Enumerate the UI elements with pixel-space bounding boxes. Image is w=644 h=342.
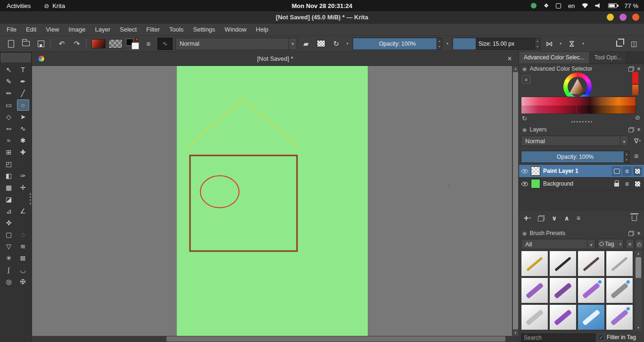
- menu-layer[interactable]: Layer: [90, 24, 115, 36]
- brush-preset-8[interactable]: [606, 277, 633, 303]
- ellipse-tool[interactable]: ○: [17, 99, 29, 111]
- volume-icon[interactable]: [595, 3, 601, 8]
- workspace-chooser-button[interactable]: ◫: [628, 38, 640, 50]
- brush-preset-7[interactable]: [578, 277, 605, 303]
- reload-preset-button[interactable]: ↻: [330, 38, 342, 50]
- layer-opacity-spinner[interactable]: ▴▾: [624, 151, 629, 163]
- color-shade-strip[interactable]: [521, 97, 636, 114]
- menu-tools[interactable]: Tools: [165, 24, 188, 36]
- dock-tab-1[interactable]: Advanced Color Selec...: [519, 52, 590, 64]
- reference-images-tool[interactable]: ✜: [3, 217, 15, 228]
- brush-preset-2[interactable]: [549, 251, 577, 277]
- pan-tool[interactable]: ✠: [17, 276, 29, 287]
- delete-layer-button[interactable]: [632, 215, 637, 221]
- polygon-tool[interactable]: ◇: [3, 111, 15, 122]
- background-color-swatch[interactable]: [132, 42, 139, 49]
- dropbox-icon[interactable]: ❖: [544, 2, 549, 9]
- brush-preset-chip[interactable]: ∿: [157, 38, 173, 50]
- menu-settings[interactable]: Settings: [188, 24, 220, 36]
- shade-row-bottom[interactable]: [521, 106, 636, 114]
- calligraphy-tool[interactable]: ✒: [17, 76, 29, 87]
- smart-patch-tool[interactable]: ✛: [17, 182, 29, 193]
- preset-filter-select[interactable]: All ▾: [521, 239, 595, 249]
- zoom-tool[interactable]: ◎: [3, 276, 15, 287]
- chevron-down-icon[interactable]: ▾: [558, 41, 563, 46]
- line-tool[interactable]: ╱: [17, 88, 29, 99]
- preserve-alpha-button[interactable]: [315, 38, 327, 50]
- crop-tool[interactable]: ◰: [3, 158, 15, 170]
- layer-filter-button[interactable]: ∇▾: [631, 136, 644, 146]
- eraser-mode-button[interactable]: ▰: [300, 38, 312, 50]
- tray-box-icon[interactable]: [556, 3, 561, 8]
- app-indicator[interactable]: ⊘ Krita: [44, 2, 65, 9]
- clock[interactable]: Mon Nov 28 20:31:24: [292, 2, 353, 9]
- gradient-chooser[interactable]: [91, 39, 106, 49]
- open-document-button[interactable]: [20, 38, 32, 50]
- menu-filter[interactable]: Filter: [141, 24, 165, 36]
- document-tab-title[interactable]: [Not Saved] *: [45, 55, 505, 62]
- edit-shapes-tool[interactable]: ✎: [3, 76, 15, 87]
- horizontal-scroll-thumb[interactable]: [166, 336, 505, 342]
- color-selector-header[interactable]: ◉ Advanced Color Selector ×: [519, 64, 644, 73]
- layers-header[interactable]: ◉ Layers ×: [519, 125, 644, 134]
- layer-blend-mode-select[interactable]: Normal ▾: [521, 136, 628, 146]
- pattern-chooser[interactable]: [108, 39, 123, 49]
- scroll-up-icon[interactable]: ▴: [635, 251, 642, 256]
- shade-row-top[interactable]: [521, 97, 636, 106]
- menu-select[interactable]: Select: [115, 24, 141, 36]
- reset-colors-icon[interactable]: [135, 38, 139, 41]
- chevron-down-icon[interactable]: ▾: [587, 239, 595, 249]
- color-selector-settings-button[interactable]: ≡: [522, 75, 530, 84]
- freehand-select-tool[interactable]: ≋: [17, 241, 29, 252]
- polyline-tool[interactable]: ➤: [17, 111, 29, 122]
- redo-button[interactable]: ↷: [71, 38, 83, 50]
- rect-select-tool[interactable]: ▢: [3, 229, 15, 240]
- float-docker-icon[interactable]: [628, 231, 634, 236]
- ellipse-select-tool[interactable]: ◌: [17, 229, 29, 240]
- secondary-color-swatch[interactable]: [632, 85, 638, 95]
- layer-properties-button[interactable]: ≡: [577, 214, 580, 222]
- refresh-icon[interactable]: ↻: [522, 115, 527, 122]
- trim-to-image-button[interactable]: [613, 38, 625, 50]
- layer-opacity-slider[interactable]: Opacity: 100% ▴▾: [521, 151, 629, 163]
- no-color-icon[interactable]: ⊘: [635, 114, 640, 121]
- rectangle-tool[interactable]: ▭: [3, 99, 15, 111]
- menu-window[interactable]: Window: [220, 24, 251, 36]
- chevron-down-icon[interactable]: ▾: [289, 38, 297, 49]
- brush-presets-header[interactable]: ◉ Brush Presets ×: [519, 228, 644, 238]
- scroll-up-icon[interactable]: ▴: [512, 66, 519, 72]
- close-button[interactable]: [632, 14, 639, 21]
- toolbox-resize-handle[interactable]: [30, 193, 31, 204]
- bezier-curve-tool[interactable]: ∾: [3, 123, 15, 134]
- layer-alpha-lock-icon[interactable]: [633, 166, 642, 176]
- docker-resize-grip[interactable]: [571, 121, 592, 122]
- brush-preset-5[interactable]: [521, 277, 548, 303]
- brush-preset-9[interactable]: [521, 304, 548, 330]
- brush-preset-6[interactable]: [549, 277, 577, 303]
- layer-visibility-icon[interactable]: [521, 169, 528, 173]
- primary-color-swatch[interactable]: [632, 72, 638, 84]
- undo-button[interactable]: ↶: [56, 38, 68, 50]
- dock-tab-2[interactable]: Tool Opti...: [590, 52, 627, 64]
- layer-row[interactable]: Paint Layer 1α: [519, 165, 644, 178]
- close-docker-icon[interactable]: ×: [637, 65, 641, 72]
- polygon-select-tool[interactable]: ▽: [3, 241, 15, 252]
- opacity-slider[interactable]: Opacity: 100% ▴▾: [353, 38, 442, 50]
- status-tray-icon[interactable]: [531, 3, 537, 8]
- preset-scroll-thumb[interactable]: [636, 257, 641, 278]
- color-sampler-tool[interactable]: ✑: [17, 170, 29, 181]
- layer-inherit-alpha-icon[interactable]: α: [622, 179, 632, 189]
- layers-menu-icon[interactable]: ≡: [634, 152, 638, 161]
- preset-search-input[interactable]: [521, 334, 595, 342]
- chevron-down-icon[interactable]: ▾: [581, 41, 586, 46]
- size-spinner[interactable]: ▴▾: [535, 38, 540, 49]
- move-layer-down-button[interactable]: ∨: [552, 214, 557, 222]
- brush-preset-1[interactable]: [521, 251, 548, 277]
- add-layer-button[interactable]: +▾: [524, 214, 531, 222]
- select-shapes-tool[interactable]: ↖: [3, 64, 15, 75]
- gradient-tool[interactable]: ◧: [3, 170, 15, 181]
- brush-preset-3[interactable]: [578, 251, 605, 277]
- assistants-tool[interactable]: ⊿: [3, 205, 15, 217]
- keyboard-layout[interactable]: en: [568, 2, 575, 9]
- save-button[interactable]: [35, 38, 47, 50]
